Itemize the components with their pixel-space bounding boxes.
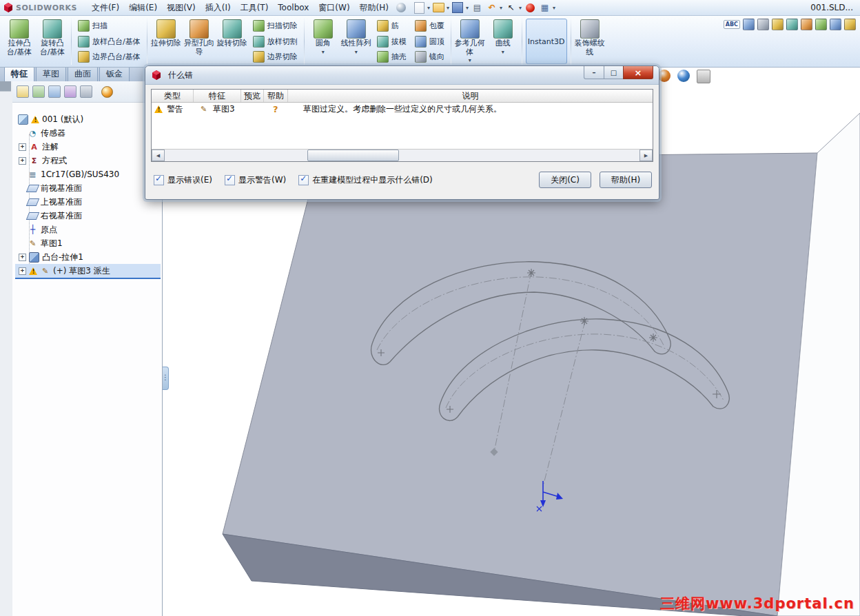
scroll-right-arrow[interactable]: ▶ <box>639 150 653 161</box>
save-icon[interactable] <box>452 2 463 13</box>
column-feature[interactable]: 特征 <box>194 90 241 102</box>
revolved-cut-button[interactable]: 旋转切除 <box>216 17 249 66</box>
toolbar-icon[interactable] <box>743 19 755 30</box>
toolbar-icon[interactable] <box>757 19 769 30</box>
tree-item-origin[interactable]: ┼ 原点 <box>15 223 161 236</box>
featuremanager-tree-icon[interactable] <box>17 85 29 98</box>
dome-button[interactable]: 圆顶 <box>412 34 447 49</box>
lofted-cut-button[interactable]: 放样切割 <box>250 34 300 49</box>
tree-item-right-plane[interactable]: 右视基准面 <box>15 209 161 223</box>
dropdown-caret[interactable]: ▾ <box>553 5 555 11</box>
propertymanager-icon[interactable] <box>32 85 45 98</box>
cosmetic-thread-button[interactable]: 装饰螺纹线 <box>573 17 606 66</box>
expand-icon[interactable] <box>19 267 26 275</box>
column-description[interactable]: 说明 <box>288 90 653 102</box>
instant3d-toggle[interactable]: Instant3D <box>526 19 567 64</box>
tab-sketch[interactable]: 草图 <box>36 65 66 81</box>
horizontal-scrollbar[interactable]: ◀ ▶ <box>152 149 653 161</box>
checkbox-checked-icon[interactable] <box>225 175 235 185</box>
tab-sheet-metal[interactable]: 钣金 <box>99 65 130 81</box>
checkbox-checked-icon[interactable] <box>154 175 164 185</box>
menu-tools[interactable]: 工具(T) <box>236 0 274 16</box>
extruded-cut-button[interactable]: 拉伸切除 <box>150 17 183 66</box>
toolbar-icon[interactable] <box>772 19 784 30</box>
expand-icon[interactable] <box>19 143 26 151</box>
tree-item-sketch1[interactable]: ✎ 草图1 <box>15 236 161 250</box>
dialog-title-bar[interactable]: 什么错 <box>145 66 659 85</box>
reference-geometry-button[interactable]: 参考几何体 <box>453 17 487 66</box>
dropdown-caret[interactable]: ▾ <box>519 5 522 11</box>
row-help-cell[interactable]: ? <box>270 104 296 114</box>
tree-item-material[interactable]: ≡ 1Cr17(GB)/SUS430 <box>15 167 161 181</box>
dropdown-caret[interactable]: ▾ <box>447 5 449 11</box>
wrap-button[interactable]: 包覆 <box>412 19 447 33</box>
tree-item-root[interactable]: 001 (默认) <box>15 112 161 126</box>
dropdown-caret[interactable]: ▾ <box>500 5 502 11</box>
show-errors-checkbox[interactable]: 显示错误(E) <box>154 174 212 186</box>
dropdown-caret[interactable]: ▾ <box>466 5 469 11</box>
menu-edit[interactable]: 编辑(E) <box>124 0 162 16</box>
table-row[interactable]: 警告 ✎草图3 ? 草图过定义。考虑删除一些过定义的尺寸或几何关系。 <box>152 103 653 116</box>
left-toolbar-icon[interactable] <box>10 81 11 92</box>
rib-button[interactable]: 筋 <box>374 19 409 33</box>
extrude-boss-button[interactable]: 拉伸凸台/基体 <box>3 17 36 66</box>
apply-scene-icon[interactable] <box>677 70 690 82</box>
spell-check-icon[interactable]: ABC <box>724 20 740 29</box>
toolbar-icon[interactable] <box>801 19 812 30</box>
print-icon[interactable]: ▤ <box>471 1 484 14</box>
tree-item-equations[interactable]: Σ 方程式 <box>15 154 161 167</box>
new-document-icon[interactable] <box>414 2 424 14</box>
toolbar-icon[interactable] <box>815 19 827 30</box>
tree-item-extrude1[interactable]: 凸台-拉伸1 <box>15 250 161 264</box>
tab-features[interactable]: 特征 <box>4 65 34 81</box>
options-icon[interactable]: ▦ <box>538 1 551 14</box>
expand-icon[interactable] <box>19 157 26 165</box>
help-button[interactable]: 帮助(H) <box>600 172 652 188</box>
swept-cut-button[interactable]: 扫描切除 <box>250 19 300 33</box>
shell-button[interactable]: 抽壳 <box>374 50 409 64</box>
boundary-boss-button[interactable]: 边界凸台/基体 <box>75 50 143 64</box>
draft-button[interactable]: 拔模 <box>374 34 409 49</box>
view-settings-icon[interactable] <box>697 70 710 83</box>
tree-item-top-plane[interactable]: 上视基准面 <box>15 195 161 209</box>
panel-splitter-grip[interactable] <box>162 367 169 390</box>
show-on-rebuild-checkbox[interactable]: 在重建模型过程中显示什么错(D) <box>298 174 433 186</box>
menu-toolbox[interactable]: Toolbox <box>273 1 314 14</box>
maximize-button[interactable] <box>604 66 623 79</box>
checkbox-checked-icon[interactable] <box>298 175 309 185</box>
select-pointer-icon[interactable]: ↖ <box>504 1 518 14</box>
column-help[interactable]: 帮助 <box>264 90 288 102</box>
tree-item-sketch3-derived[interactable]: ✎ (+) 草图3 派生 <box>15 264 161 279</box>
toolbar-icon[interactable] <box>844 19 856 30</box>
menu-view[interactable]: 视图(V) <box>162 0 201 16</box>
sweep-button[interactable]: 扫描 <box>75 19 143 33</box>
configurationmanager-icon[interactable] <box>48 85 61 98</box>
tab-surfaces[interactable]: 曲面 <box>68 65 98 81</box>
rebuild-icon[interactable] <box>526 3 535 12</box>
toolbar-icon[interactable] <box>786 19 798 30</box>
fillet-button[interactable]: 圆角 <box>307 17 340 66</box>
undo-icon[interactable]: ↶ <box>485 1 498 14</box>
minimize-button[interactable] <box>584 66 604 79</box>
curves-button[interactable]: 曲线 <box>487 17 520 66</box>
expand-icon[interactable] <box>19 254 26 261</box>
menu-help[interactable]: 帮助(H) <box>355 0 393 16</box>
scrollbar-thumb[interactable] <box>307 150 399 161</box>
revolve-boss-button[interactable]: 旋转凸台/基体 <box>36 17 69 66</box>
loft-button[interactable]: 放样凸台/基体 <box>75 34 143 49</box>
pushpin-icon[interactable] <box>396 3 406 12</box>
open-document-icon[interactable] <box>433 3 444 12</box>
menu-window[interactable]: 窗口(W) <box>314 0 354 16</box>
displaymanager-icon[interactable] <box>80 85 92 98</box>
show-warnings-checkbox[interactable]: 显示警告(W) <box>225 174 286 186</box>
close-button[interactable]: 关闭(C) <box>539 172 591 188</box>
appearances-icon[interactable] <box>101 86 113 98</box>
tree-item-annotations[interactable]: A 注解 <box>15 140 161 154</box>
column-type[interactable]: 类型 <box>152 90 194 102</box>
close-icon[interactable] <box>623 66 653 79</box>
linear-pattern-button[interactable]: 线性阵列 <box>340 17 373 66</box>
dropdown-caret[interactable]: ▾ <box>427 5 430 11</box>
dimxpertmanager-icon[interactable] <box>64 85 76 98</box>
menu-file[interactable]: 文件(F) <box>87 0 124 16</box>
tree-item-sensors[interactable]: ◔ 传感器 <box>15 126 161 140</box>
